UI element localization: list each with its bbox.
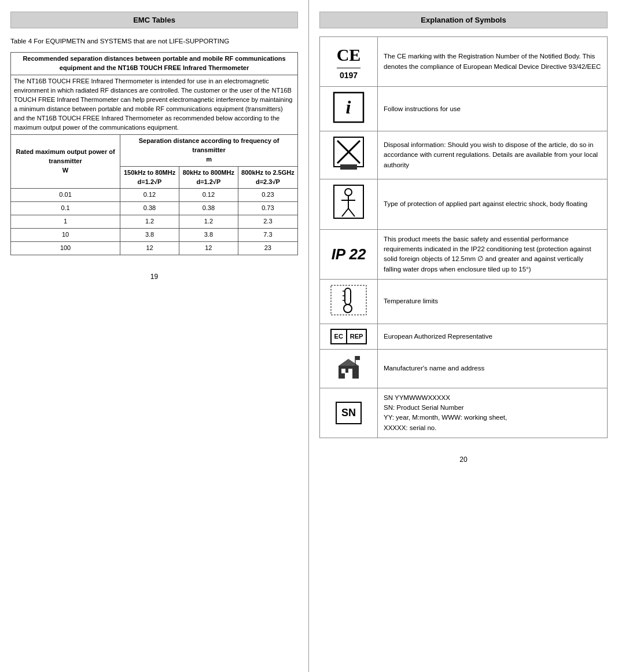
svg-line-11	[348, 208, 355, 216]
svg-rect-20	[348, 369, 352, 373]
table-row: 103.83.87.3	[11, 229, 298, 242]
svg-line-10	[342, 208, 348, 216]
emc-table: Recommended separation distances between…	[10, 52, 298, 255]
svg-rect-21	[345, 373, 352, 379]
table-row: 11.21.22.3	[11, 215, 298, 229]
symbols-table: CE 0197 The CE marking with the Registra…	[319, 36, 608, 438]
list-item: Disposal information: Should you wish to…	[320, 131, 608, 179]
symbol-text-2: Disposal information: Should you wish to…	[378, 131, 608, 179]
info-icon: i	[320, 87, 378, 131]
col2-header: Separation distance according to frequen…	[120, 134, 298, 166]
list-item: CE 0197 The CE marking with the Registra…	[320, 37, 608, 87]
svg-rect-5	[340, 164, 357, 170]
emc-body-text: The NT16B TOUCH FREE Infrared Thermomete…	[11, 75, 298, 135]
ip22-icon: IP 22	[320, 229, 378, 279]
list-item: SNSN YYMWWWXXXXX SN: Product Serial Numb…	[320, 388, 608, 438]
svg-rect-23	[355, 356, 360, 360]
list-item: Temperature limits	[320, 279, 608, 324]
svg-point-7	[345, 189, 352, 196]
table-row: 0.10.380.380.73	[11, 202, 298, 215]
col2b-header: 80kHz to 800MHzd=1.2√P	[179, 166, 238, 189]
svg-rect-12	[331, 285, 366, 315]
right-panel-title: Explanation of Symbols	[319, 12, 608, 28]
disposal-icon	[333, 136, 365, 171]
intro-text: Table 4 For EQUIPMETN and SYSTEMS that a…	[10, 36, 298, 46]
symbol-text-0: The CE marking with the Registration Num…	[378, 37, 608, 87]
temp-icon	[320, 279, 378, 324]
list-item: IP 22This product meets the basic safety…	[320, 229, 608, 279]
svg-rect-19	[341, 369, 345, 373]
col2c-header: 800kHz to 2.5GHzd=2.3√P	[238, 166, 297, 189]
manufacturer-icon	[320, 349, 378, 388]
list-item: EC REP European Authorized Representativ…	[320, 324, 608, 350]
left-page-num: 19	[10, 273, 298, 281]
emc-main-header: Recommended separation distances between…	[11, 53, 298, 75]
symbol-text-3: Type of protection of applied part again…	[378, 179, 608, 229]
col1-header: Rated maximum output power of transmitte…	[11, 134, 120, 189]
symbol-text-4: This product meets the basic safety and …	[378, 229, 608, 279]
left-panel-title: EMC Tables	[10, 12, 298, 28]
symbol-text-8: SN YYMWWWXXXXX SN: Product Serial Number…	[378, 388, 608, 438]
svg-point-14	[344, 304, 352, 313]
symbol-text-1: Follow instructions for use	[378, 87, 608, 131]
symbol-text-7: Manufacturer's name and address	[378, 349, 608, 388]
sn-icon: SN	[320, 388, 378, 438]
list-item: Manufacturer's name and address	[320, 349, 608, 388]
ecrep-icon: EC REP	[320, 324, 378, 350]
svg-text:i: i	[346, 97, 351, 117]
list-item: i Follow instructions for use	[320, 87, 608, 131]
right-panel: Explanation of Symbols CE 0197 The CE ma…	[309, 0, 618, 672]
svg-rect-13	[345, 288, 351, 304]
disposal-icon	[320, 131, 378, 179]
symbol-text-6: European Authorized Representative	[378, 324, 608, 350]
col2a-header: 150kHz to 80MHzd=1.2√P	[120, 166, 179, 189]
info-icon: i	[333, 91, 365, 123]
right-page-num: 20	[319, 456, 608, 464]
left-panel: EMC Tables Table 4 For EQUIPMETN and SYS…	[0, 0, 309, 672]
table-row: 0.010.120.120.23	[11, 189, 298, 202]
ce-icon: CE 0197	[320, 37, 378, 87]
page-container: EMC Tables Table 4 For EQUIPMETN and SYS…	[0, 0, 618, 672]
table-row: 100121223	[11, 242, 298, 255]
symbol-text-5: Temperature limits	[378, 279, 608, 324]
list-item: Type of protection of applied part again…	[320, 179, 608, 229]
person-icon	[320, 179, 378, 229]
